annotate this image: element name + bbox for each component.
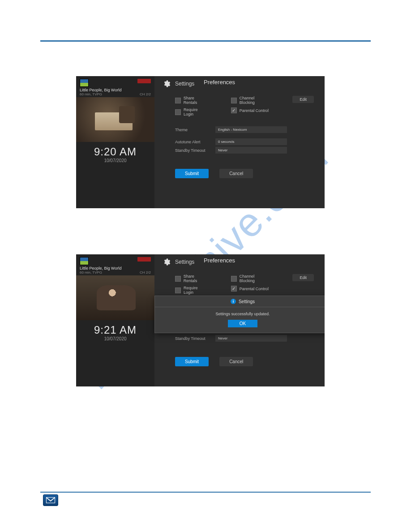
- provider-logo-icon: [80, 79, 89, 87]
- checkbox-checked-icon: [231, 107, 237, 113]
- rec-badge-icon: [137, 79, 151, 83]
- standby-label: Standby Timeout: [175, 336, 215, 341]
- sidebar: Little People, Big World 60 min, TVPG CH…: [76, 76, 154, 208]
- settings-updated-dialog: i Settings Settings successfully updated…: [154, 296, 325, 333]
- ok-button[interactable]: OK: [228, 320, 257, 327]
- require-login-label: Require Login: [184, 286, 209, 295]
- channel-indicator: CH 2/2: [140, 92, 151, 96]
- standby-select[interactable]: Never: [215, 335, 287, 342]
- info-icon: i: [231, 299, 236, 304]
- preferences-pane: Settings Preferences Share Rentals Requi…: [154, 76, 325, 208]
- checkbox-icon: [175, 276, 181, 282]
- checkbox-checked-icon: [231, 286, 237, 292]
- gear-icon: [163, 258, 171, 266]
- footer-logo: [43, 494, 58, 506]
- gear-icon: [163, 80, 171, 88]
- envelope-m-icon: [46, 497, 56, 503]
- provider-logo-icon: [80, 257, 89, 265]
- share-rentals-checkbox[interactable]: Share Rentals: [175, 274, 209, 283]
- settings-screenshot-1: Little People, Big World 60 min, TVPG CH…: [76, 76, 325, 208]
- submit-button[interactable]: Submit: [175, 169, 209, 178]
- cancel-button[interactable]: Cancel: [219, 357, 253, 366]
- share-rentals-checkbox[interactable]: Share Rentals: [175, 96, 209, 105]
- channel-blocking-checkbox[interactable]: Channel Blocking: [231, 96, 270, 105]
- require-login-checkbox[interactable]: Require Login: [175, 286, 209, 295]
- dialog-message: Settings successfully updated.: [159, 312, 325, 316]
- program-subtitle: 60 min, TVPG: [80, 270, 102, 275]
- channel-blocking-checkbox[interactable]: Channel Blocking: [231, 274, 270, 283]
- theme-label: Theme: [175, 128, 215, 132]
- program-subtitle: 60 min, TVPG: [80, 92, 102, 96]
- channel-indicator: CH 2/2: [140, 270, 151, 275]
- submit-button[interactable]: Submit: [175, 357, 209, 366]
- page-bottom-rule: [40, 492, 371, 493]
- sidebar: Little People, Big World 60 min, TVPG CH…: [76, 254, 154, 386]
- parental-control-checkbox[interactable]: Parental Control: [231, 286, 270, 292]
- clock-time: 9:21 AM: [76, 324, 154, 336]
- clock-date: 10/07/2020: [76, 336, 154, 341]
- channel-blocking-label: Channel Blocking: [240, 96, 270, 105]
- video-preview: [76, 97, 154, 142]
- preferences-heading: Preferences: [204, 79, 235, 86]
- require-login-label: Require Login: [184, 107, 209, 116]
- autotune-label: Autotune Alert: [175, 140, 215, 144]
- autotune-select[interactable]: 0 seconds: [215, 138, 287, 145]
- clock-time: 9:20 AM: [76, 146, 154, 158]
- theme-select[interactable]: English - Nexicom: [215, 126, 287, 133]
- parental-control-label: Parental Control: [240, 287, 269, 291]
- standby-label: Standby Timeout: [175, 148, 215, 153]
- standby-select[interactable]: Never: [215, 147, 287, 154]
- share-rentals-label: Share Rentals: [184, 274, 209, 283]
- preferences-heading: Preferences: [204, 257, 235, 264]
- edit-button[interactable]: Edit: [292, 274, 314, 281]
- edit-button[interactable]: Edit: [292, 96, 314, 103]
- dialog-title: Settings: [239, 299, 255, 304]
- share-rentals-label: Share Rentals: [184, 96, 209, 105]
- checkbox-icon: [231, 276, 237, 282]
- settings-screenshot-2: Little People, Big World 60 min, TVPG CH…: [76, 254, 325, 386]
- preferences-pane: Settings Preferences Share Rentals Requi…: [154, 254, 325, 386]
- program-title: Little People, Big World: [80, 266, 151, 270]
- checkbox-icon: [175, 287, 181, 293]
- program-title: Little People, Big World: [80, 88, 151, 92]
- cancel-button[interactable]: Cancel: [219, 169, 253, 178]
- rec-badge-icon: [137, 257, 151, 262]
- channel-blocking-label: Channel Blocking: [240, 274, 270, 283]
- page-top-rule: [40, 40, 371, 42]
- parental-control-label: Parental Control: [240, 108, 269, 113]
- require-login-checkbox[interactable]: Require Login: [175, 107, 209, 116]
- checkbox-icon: [175, 109, 181, 115]
- checkbox-icon: [231, 98, 237, 103]
- checkbox-icon: [175, 98, 181, 103]
- video-preview: [76, 275, 154, 320]
- settings-heading: Settings: [175, 81, 194, 87]
- settings-heading: Settings: [175, 259, 194, 265]
- parental-control-checkbox[interactable]: Parental Control: [231, 107, 270, 113]
- clock-date: 10/07/2020: [76, 158, 154, 163]
